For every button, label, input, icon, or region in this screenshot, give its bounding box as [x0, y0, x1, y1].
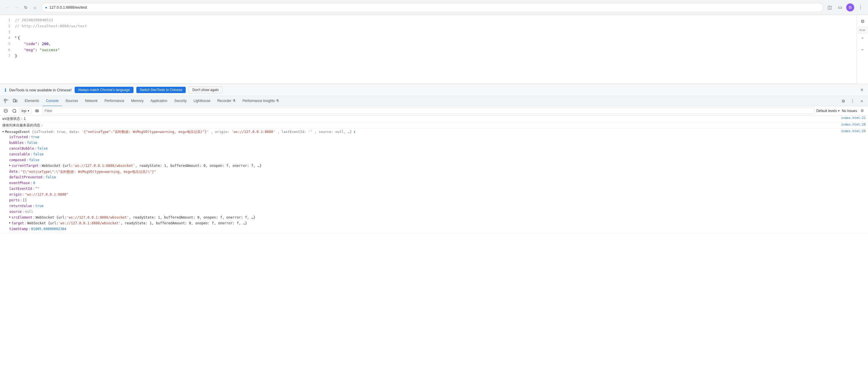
json-line-4-content: { — [18, 35, 20, 41]
console-toolbar: top ▼ Default levels ▼ No Issues ⚙ — [0, 106, 868, 115]
browser-chrome: ← → ↻ ⌂ ● 127.0.0.1:8888/ws/test ◫ ▭ G ⋮ — [0, 0, 868, 15]
fold-arrow-4[interactable]: ▼ — [15, 35, 17, 41]
devtools-more-icon[interactable]: ⋮ — [848, 97, 857, 105]
json-line-5-content: "code": 200, — [15, 41, 51, 47]
tab-elements[interactable]: Elements — [21, 96, 42, 106]
line-num-4: 4 — [5, 35, 15, 41]
json-line-7-content: } — [15, 53, 17, 59]
json-line-7: 7 } — [0, 53, 868, 59]
expand-srcElement[interactable]: ▶ — [9, 215, 11, 218]
prop-cancelable: cancelable : false — [9, 152, 866, 158]
json-viewer: 1 // 20240208040523 2 // http://localhos… — [0, 15, 868, 84]
top-selector-value: top — [22, 109, 26, 113]
extensions-button[interactable]: ◫ — [826, 3, 834, 11]
raw-button[interactable]: RAW — [858, 27, 867, 33]
json-line-6-content: "msg": "success" — [15, 47, 60, 53]
home-button[interactable]: ⌂ — [31, 3, 39, 11]
avatar[interactable]: G — [846, 3, 854, 11]
viewer-toolbar: ⚙ RAW ⌃ ⌄ — [857, 15, 868, 84]
top-selector[interactable]: top ▼ — [20, 108, 32, 114]
expand-target[interactable]: ▶ — [9, 221, 11, 224]
tab-performance-label: Performance — [104, 99, 124, 103]
chevron-down-icon[interactable]: ⌄ — [859, 45, 867, 53]
inspect-element-icon[interactable] — [2, 97, 10, 105]
always-match-button[interactable]: Always match Chrome's language — [74, 87, 133, 93]
json-viewer-wrapper: 1 // 20240208040523 2 // http://localhos… — [0, 15, 868, 84]
prop-srcElement: ▶ srcElement : WebSocket {url: 'ws://127… — [9, 215, 866, 221]
filter-input[interactable] — [42, 108, 815, 114]
back-button[interactable]: ← — [3, 3, 11, 11]
console-log[interactable]: ws连接状态：1 index.html:21 接收到来自服务器的消息： inde… — [0, 115, 868, 378]
prop-target: ▶ target : WebSocket {url: 'ws://127.0.0… — [9, 221, 866, 227]
address-bar[interactable]: ● 127.0.0.1:8888/ws/test — [41, 3, 823, 12]
url-text: 127.0.0.1:8888/ws/test — [50, 5, 87, 9]
no-issues-badge: No Issues — [842, 109, 857, 113]
eye-button[interactable] — [34, 108, 40, 114]
prop-source: source : null — [9, 209, 866, 215]
device-toolbar-icon[interactable] — [11, 97, 19, 105]
tab-lighthouse-label: Lighthouse — [193, 99, 210, 103]
tab-memory-label: Memory — [131, 99, 144, 103]
chevron-up-icon[interactable]: ⌃ — [859, 35, 867, 43]
tab-memory[interactable]: Memory — [128, 96, 147, 106]
tab-sources[interactable]: Sources — [62, 96, 82, 106]
tab-console-label: Console — [46, 99, 59, 103]
json-line-5: 5 "code": 200, — [0, 41, 868, 47]
tab-console[interactable]: Console — [42, 96, 62, 106]
tab-application[interactable]: Application — [147, 96, 171, 106]
notification-text: DevTools is now available in Chinese! — [9, 88, 72, 92]
default-levels-label: Default levels — [816, 109, 837, 113]
info-badge[interactable]: ℹ — [354, 130, 355, 134]
log-source-3[interactable]: index.html:29 — [841, 129, 866, 133]
prop-cancelBubble: cancelBubble : false — [9, 146, 866, 152]
notification-bar: ℹ DevTools is now available in Chinese! … — [0, 84, 868, 96]
tab-network[interactable]: Network — [82, 96, 101, 106]
prop-defaultPrevented: defaultPrevented : false — [9, 175, 866, 181]
filter-button[interactable] — [11, 108, 18, 114]
prop-returnValue: returnValue : true — [9, 204, 866, 209]
notification-close-button[interactable]: × — [860, 87, 863, 92]
log-text-2: 接收到来自服务器的消息： — [2, 123, 839, 128]
prop-composed: composed : false — [9, 158, 866, 164]
gear-icon[interactable]: ⚙ — [859, 17, 867, 25]
tab-security-label: Security — [174, 99, 187, 103]
prop-eventPhase: eventPhase : 0 — [9, 181, 866, 186]
dont-show-again-button[interactable]: Don't show again — [189, 86, 222, 93]
chrome-actions: ◫ ▭ G ⋮ — [826, 3, 865, 11]
devtools-panel: Elements Console Sources Network Perform… — [0, 96, 868, 378]
log-source-1[interactable]: index.html:21 — [841, 116, 866, 120]
nav-buttons: ← → ↻ ⌂ — [3, 3, 39, 11]
tab-security[interactable]: Security — [171, 96, 190, 106]
tab-performance-insights[interactable]: Performance insights ⚗ — [239, 96, 282, 106]
default-levels-selector[interactable]: Default levels ▼ — [816, 109, 840, 113]
split-view-button[interactable]: ▭ — [836, 3, 844, 11]
switch-devtools-button[interactable]: Switch DevTools to Chinese — [136, 87, 186, 93]
tab-recorder-label: Recorder ⚗ — [217, 99, 236, 103]
forward-button[interactable]: → — [12, 3, 21, 11]
line-num-6: 6 — [5, 47, 15, 53]
devtools-settings-icon[interactable]: ⚙ — [839, 97, 847, 105]
message-event-props: isTrusted : true bubbles : false cancelB… — [2, 135, 866, 232]
line-num-3: 3 — [5, 29, 15, 35]
devtools-close-icon[interactable]: × — [858, 97, 866, 105]
svg-point-9 — [35, 110, 39, 112]
tab-network-label: Network — [85, 99, 98, 103]
default-levels-arrow: ▼ — [838, 110, 840, 112]
log-text-1: ws连接状态：1 — [2, 116, 839, 121]
menu-button[interactable]: ⋮ — [857, 3, 865, 11]
clear-console-button[interactable] — [2, 108, 9, 114]
expand-arrow-3[interactable]: ▼ — [2, 130, 4, 133]
line-num-2: 2 — [5, 23, 15, 29]
expand-currentTarget[interactable]: ▶ — [9, 164, 11, 167]
tab-recorder[interactable]: Recorder ⚗ — [214, 96, 239, 106]
tab-lighthouse[interactable]: Lighthouse — [190, 96, 214, 106]
tab-application-label: Application — [150, 99, 167, 103]
console-settings-button[interactable]: ⚙ — [859, 108, 866, 114]
json-line-2: 2 // http://localhost:8888/ws/test — [0, 23, 868, 29]
tab-performance[interactable]: Performance — [101, 96, 128, 106]
secure-icon: ● — [45, 5, 47, 9]
devtools-left-icons — [2, 97, 19, 105]
log-source-2[interactable]: index.html:28 — [841, 123, 866, 126]
reload-button[interactable]: ↻ — [22, 3, 30, 11]
line-num-7: 7 — [5, 53, 15, 59]
